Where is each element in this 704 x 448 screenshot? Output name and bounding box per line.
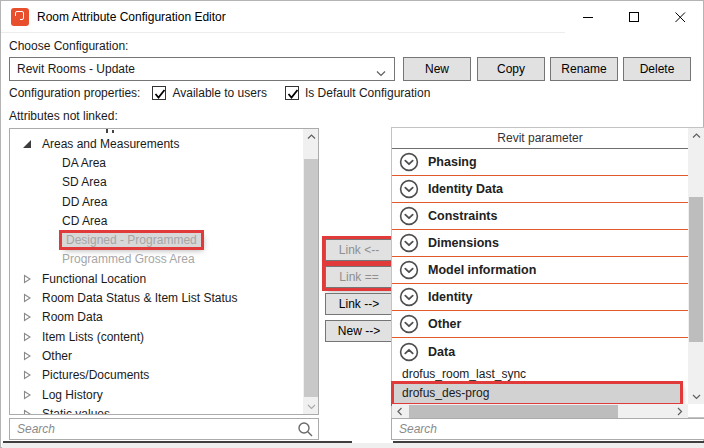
tree-item-label: CD Area bbox=[62, 214, 107, 228]
tree-collapsed-icon[interactable] bbox=[22, 332, 42, 342]
chevron-down-circle-icon[interactable] bbox=[399, 152, 419, 172]
tree-collapsed-icon bbox=[22, 293, 32, 303]
left-vertical-scrollbar[interactable] bbox=[303, 129, 319, 414]
left-search-input[interactable] bbox=[10, 419, 318, 439]
revit-category-label: Other bbox=[428, 317, 461, 331]
maximize-button[interactable] bbox=[611, 1, 657, 33]
tree-item-label: Programmed Gross Area bbox=[62, 252, 195, 266]
link-button-right[interactable]: Link --> bbox=[325, 293, 393, 315]
revit-category-constraints[interactable]: Constraints bbox=[392, 203, 688, 230]
revit-category-label: Constraints bbox=[428, 209, 497, 223]
tree-collapsed-icon[interactable] bbox=[22, 370, 42, 380]
chevron-down-circle-icon bbox=[399, 179, 419, 199]
chevron-up-circle-icon[interactable] bbox=[399, 342, 419, 362]
revit-parameter-drofus-room-last-sync[interactable]: drofus_room_last_sync bbox=[394, 365, 680, 384]
horizontal-scrollbar-thumb[interactable] bbox=[409, 405, 618, 418]
chevron-down-circle-icon[interactable] bbox=[399, 314, 419, 334]
tree-collapsed-icon[interactable] bbox=[22, 351, 42, 361]
tree-item-da-area[interactable]: DA Area bbox=[10, 153, 303, 172]
revit-category-model-information[interactable]: Model information bbox=[392, 257, 688, 284]
tree-item-static-values[interactable]: Static values bbox=[10, 404, 303, 415]
choose-configuration-label: Choose Configuration: bbox=[9, 39, 128, 53]
copy-button[interactable]: Copy bbox=[477, 57, 545, 81]
tree-collapsed-icon[interactable] bbox=[22, 293, 42, 303]
chevron-down-circle-icon bbox=[399, 206, 419, 226]
tree-collapsed-icon[interactable] bbox=[22, 409, 42, 415]
tree-item-other[interactable]: Other bbox=[10, 346, 303, 365]
tree-item-cd-area[interactable]: CD Area bbox=[10, 211, 303, 230]
revit-category-data[interactable]: Data bbox=[392, 338, 688, 365]
configuration-select-value: Revit Rooms - Update bbox=[17, 62, 135, 76]
tree-item-programmed-gross-area[interactable]: Programmed Gross Area bbox=[10, 250, 303, 269]
chevron-down-circle-icon bbox=[399, 260, 419, 280]
revit-category-label: Data bbox=[428, 345, 455, 359]
left-scrollbar-thumb[interactable] bbox=[304, 159, 318, 397]
delete-button[interactable]: Delete bbox=[623, 57, 691, 81]
scroll-down-icon[interactable] bbox=[303, 399, 319, 414]
tree-item-label: Areas and Measurements bbox=[42, 137, 179, 151]
revit-category-other[interactable]: Other bbox=[392, 311, 688, 338]
scroll-up-icon[interactable] bbox=[303, 129, 319, 144]
checkbox-box[interactable] bbox=[152, 86, 166, 100]
link-button-equal[interactable]: Link == bbox=[325, 266, 393, 288]
checkbox-box[interactable] bbox=[285, 86, 299, 100]
tree-item-dd-area[interactable]: DD Area bbox=[10, 192, 303, 211]
right-vertical-scrollbar[interactable] bbox=[688, 128, 704, 404]
new-button[interactable]: New bbox=[403, 57, 471, 81]
configuration-select[interactable]: Revit Rooms - Update bbox=[9, 57, 395, 81]
tree-expanded-icon[interactable] bbox=[22, 139, 42, 149]
tree-item-label: SD Area bbox=[62, 175, 107, 189]
revit-category-label: Dimensions bbox=[428, 236, 499, 250]
close-button[interactable] bbox=[657, 1, 703, 33]
revit-category-phasing[interactable]: Phasing bbox=[392, 149, 688, 176]
rename-button[interactable]: Rename bbox=[550, 57, 618, 81]
attributes-tree-listbox: Areas and MeasurementsDA AreaSD AreaDD A… bbox=[9, 128, 319, 415]
tree-item-item-lists-content[interactable]: Item Lists (content) bbox=[10, 327, 303, 346]
chevron-down-circle-icon[interactable] bbox=[399, 287, 419, 307]
new-button-right[interactable]: New --> bbox=[325, 320, 393, 342]
tree-collapsed-icon[interactable] bbox=[22, 390, 42, 400]
checkbox-is-default-configuration[interactable]: Is Default Configuration bbox=[285, 86, 430, 100]
tree-item-areas-and-measurements[interactable]: Areas and Measurements bbox=[10, 134, 303, 153]
scroll-left-icon[interactable] bbox=[392, 404, 408, 419]
minimize-icon bbox=[583, 12, 594, 23]
tree-item-room-data[interactable]: Room Data bbox=[10, 308, 303, 327]
revit-parameter-header[interactable]: Revit parameter bbox=[392, 128, 688, 149]
chevron-down-circle-icon bbox=[399, 287, 419, 307]
tree-item-label: Log History bbox=[42, 388, 103, 402]
checkbox-available-to-users[interactable]: Available to users bbox=[152, 86, 267, 100]
tree-collapsed-icon bbox=[22, 370, 32, 380]
tree-item-designed-programmed[interactable]: Designed - Programmed bbox=[10, 230, 303, 249]
chevron-down-circle-icon[interactable] bbox=[399, 233, 419, 253]
chevron-down-circle-icon[interactable] bbox=[399, 179, 419, 199]
tree-collapsed-icon[interactable] bbox=[22, 274, 42, 284]
minimize-button[interactable] bbox=[565, 1, 611, 33]
tree-item-pictures-documents[interactable]: Pictures/Documents bbox=[10, 366, 303, 385]
checkmark-icon bbox=[287, 88, 299, 100]
maximize-icon bbox=[629, 12, 640, 23]
scroll-right-icon[interactable] bbox=[672, 404, 688, 419]
checkbox-label: Is Default Configuration bbox=[305, 86, 430, 100]
revit-category-label: Model information bbox=[428, 263, 536, 277]
configuration-properties-label: Configuration properties: bbox=[9, 86, 140, 100]
tree-item-log-history[interactable]: Log History bbox=[10, 385, 303, 404]
link-button-left[interactable]: Link <-- bbox=[325, 239, 393, 261]
scroll-up-icon[interactable] bbox=[688, 128, 704, 143]
tree-item-functional-location[interactable]: Functional Location bbox=[10, 269, 303, 288]
tree-item-label: Pictures/Documents bbox=[42, 368, 149, 382]
revit-category-dimensions[interactable]: Dimensions bbox=[392, 230, 688, 257]
revit-category-identity[interactable]: Identity bbox=[392, 284, 688, 311]
revit-parameter-drofus-des-prog[interactable]: drofus_des-prog bbox=[394, 384, 680, 403]
tree-item-sd-area[interactable]: SD Area bbox=[10, 173, 303, 192]
scroll-down-icon[interactable] bbox=[688, 389, 704, 404]
horizontal-scrollbar[interactable] bbox=[392, 404, 688, 419]
checkmark-icon bbox=[154, 88, 166, 100]
tree-item-room-data-status-item-list-status[interactable]: Room Data Status & Item List Status bbox=[10, 288, 303, 307]
chevron-down-circle-icon[interactable] bbox=[399, 206, 419, 226]
right-scrollbar-thumb[interactable] bbox=[689, 197, 703, 342]
revit-category-list: PhasingIdentity DataConstraintsDimension… bbox=[392, 149, 688, 403]
revit-category-identity-data[interactable]: Identity Data bbox=[392, 176, 688, 203]
right-search-input[interactable] bbox=[392, 419, 704, 439]
chevron-down-circle-icon[interactable] bbox=[399, 260, 419, 280]
tree-collapsed-icon[interactable] bbox=[22, 312, 42, 322]
